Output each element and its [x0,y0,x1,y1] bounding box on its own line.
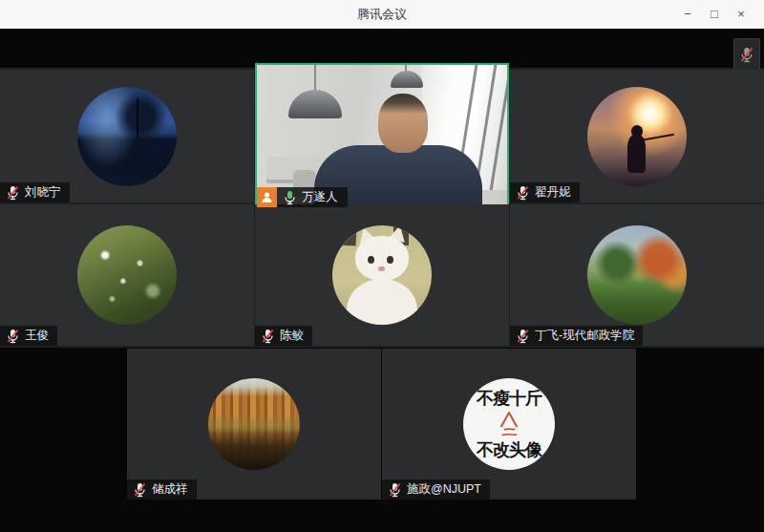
cat-head [355,236,409,281]
avatar-text: 不瘦十斤 不改头像 [463,378,555,470]
nameplate: 丁飞-现代邮政学院 [510,326,643,346]
nameplate: 储成祥 [127,479,197,500]
participant-name: 翟丹妮 [535,184,571,201]
avatar [587,225,687,325]
nameplate: 翟丹妮 [510,182,580,202]
muted-mic-icon [388,482,402,498]
participant-tile[interactable]: 丁飞-现代邮政学院 [510,204,764,346]
muted-mic-icon [261,329,275,344]
person-icon [261,191,273,203]
participant-name: 丁飞-现代邮政学院 [535,328,634,344]
tencent-meeting-window: 腾讯会议 − □ × [0,0,764,532]
cat-nose [378,266,385,271]
participant-name: 储成祥 [152,481,188,498]
muted-mic-icon [6,329,20,344]
muted-mic-icon [739,47,754,63]
participant-tile[interactable]: 不瘦十斤 不改头像 施政@NJUPT [382,349,636,500]
nameplate: 万遂人 [257,187,348,207]
avatar-text-bottom: 不改头像 [477,438,541,461]
avatar [77,87,177,186]
close-button[interactable]: × [728,0,754,29]
participant-tile-active-speaker[interactable]: 万遂人 [255,63,509,209]
avatar [587,87,687,186]
pendant-lamp [288,90,342,118]
title-bar[interactable]: 腾讯会议 − □ × [0,0,764,29]
nameplate: 陈鲛 [255,326,312,346]
pendant-lamp [391,71,423,88]
participant-name: 万遂人 [302,189,338,205]
active-mic-icon [283,190,297,205]
participant-name: 陈鲛 [280,328,304,344]
host-badge-icon [257,187,277,207]
participant-tile[interactable]: 陈鲛 [255,204,509,346]
red-hand-drawn-symbol [493,410,525,438]
participant-tile[interactable]: 储成祥 [127,349,381,500]
participant-name: 施政@NJUPT [407,481,481,498]
participant-tile[interactable]: 王俊 [0,204,254,346]
person-silhouette [627,135,647,173]
live-video-feed [257,65,507,207]
participant-name: 刘晓宁 [25,184,61,201]
nameplate: 施政@NJUPT [382,479,490,500]
tree-silhouette [137,98,138,138]
avatar [332,225,432,325]
muted-mic-icon [516,185,530,201]
picture-frame [338,228,357,246]
window-title: 腾讯会议 [0,0,764,29]
muted-mic-icon [516,329,530,344]
self-view-tile[interactable] [733,38,760,71]
maximize-button[interactable]: □ [701,0,728,29]
avatar [77,225,177,325]
participant-tile[interactable]: 翟丹妮 [510,70,764,202]
avatar-text-top: 不瘦十斤 [477,387,541,410]
avatar [208,378,300,470]
participant-tile[interactable]: 刘晓宁 [0,70,254,202]
minimize-button[interactable]: − [674,0,701,29]
cat-body [347,279,418,325]
participant-name: 王俊 [25,328,49,344]
muted-mic-icon [133,482,147,498]
meeting-grid-area: 刘晓宁 [0,29,764,532]
muted-mic-icon [6,185,20,201]
window-controls: − □ × [674,0,754,29]
nameplate: 刘晓宁 [0,182,70,202]
lamp-cord [314,65,316,91]
person-face [378,94,428,153]
nameplate: 王俊 [0,326,57,346]
